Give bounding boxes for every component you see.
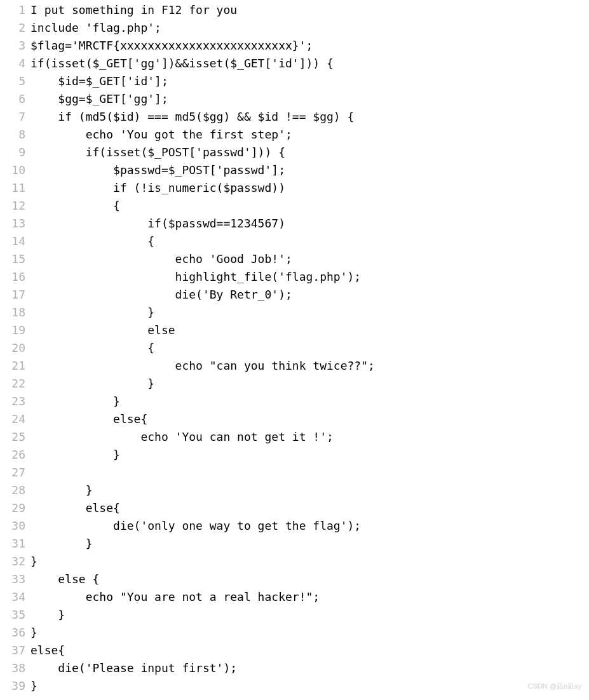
code-line: 6 $gg=$_GET['gg']; — [0, 90, 589, 108]
line-number: 21 — [0, 357, 30, 375]
code-line: 25 echo 'You can not get it !'; — [0, 428, 589, 446]
code-line: 15 echo 'Good Job!'; — [0, 250, 589, 268]
code-line: 8 echo 'You got the first step'; — [0, 126, 589, 144]
line-number: 37 — [0, 642, 30, 659]
code-text: else{ — [30, 642, 65, 659]
line-number: 7 — [0, 108, 30, 126]
line-number: 3 — [0, 37, 30, 55]
code-text: if($passwd==1234567) — [30, 215, 285, 232]
line-number: 32 — [0, 553, 30, 570]
code-line: 13 if($passwd==1234567) — [0, 215, 589, 232]
code-text: echo "You are not a real hacker!"; — [30, 588, 320, 606]
line-number: 13 — [0, 215, 30, 232]
code-text: die('only one way to get the flag'); — [30, 517, 361, 535]
code-line: 28 } — [0, 481, 589, 499]
code-text: } — [30, 304, 154, 321]
code-line: 17 die('By Retr_0'); — [0, 286, 589, 304]
line-number: 28 — [0, 481, 30, 499]
line-number: 1 — [0, 1, 30, 19]
code-line: 18 } — [0, 304, 589, 321]
code-text: { — [30, 197, 120, 215]
code-text: } — [30, 553, 37, 570]
code-text: } — [30, 624, 37, 642]
line-number: 8 — [0, 126, 30, 144]
code-text: } — [30, 481, 93, 499]
code-text: else { — [30, 570, 99, 588]
code-line: 23 } — [0, 393, 589, 410]
line-number: 6 — [0, 90, 30, 108]
code-text: else{ — [30, 410, 147, 428]
code-line: 12 { — [0, 197, 589, 215]
code-line: 38 die('Please input first'); — [0, 659, 589, 677]
code-line: 5 $id=$_GET['id']; — [0, 72, 589, 90]
line-number: 20 — [0, 339, 30, 357]
code-text: } — [30, 446, 120, 464]
line-number: 36 — [0, 624, 30, 642]
code-text: $flag='MRCTF{xxxxxxxxxxxxxxxxxxxxxxxxx}'… — [30, 37, 313, 55]
code-line: 4if(isset($_GET['gg'])&&isset($_GET['id'… — [0, 55, 589, 72]
code-text: if(isset($_POST['passwd'])) { — [30, 144, 285, 161]
line-number: 30 — [0, 517, 30, 535]
code-block: 1I put something in F12 for you2include … — [0, 0, 589, 696]
code-line: 2include 'flag.php'; — [0, 19, 589, 37]
code-line: 7 if (md5($id) === md5($gg) && $id !== $… — [0, 108, 589, 126]
line-number: 15 — [0, 250, 30, 268]
code-line: 24 else{ — [0, 410, 589, 428]
code-text: } — [30, 535, 93, 553]
code-line: 34 echo "You are not a real hacker!"; — [0, 588, 589, 606]
line-number: 25 — [0, 428, 30, 446]
code-line: 14 { — [0, 232, 589, 250]
code-line: 33 else { — [0, 570, 589, 588]
line-number: 10 — [0, 161, 30, 179]
code-text: highlight_file('flag.php'); — [30, 268, 361, 286]
code-text: echo 'You can not get it !'; — [30, 428, 334, 446]
code-text: if (!is_numeric($passwd)) — [30, 179, 285, 197]
code-line: 37else{ — [0, 642, 589, 659]
code-line: 27 — [0, 464, 589, 481]
code-text: if(isset($_GET['gg'])&&isset($_GET['id']… — [30, 55, 334, 72]
code-text: echo 'You got the first step'; — [30, 126, 292, 144]
line-number: 19 — [0, 321, 30, 339]
code-text: else{ — [30, 499, 120, 517]
code-line: 3$flag='MRCTF{xxxxxxxxxxxxxxxxxxxxxxxxx}… — [0, 37, 589, 55]
code-text: include 'flag.php'; — [30, 19, 161, 37]
code-text: else — [30, 321, 175, 339]
code-line: 26 } — [0, 446, 589, 464]
code-text: } — [30, 606, 65, 624]
code-text: $id=$_GET['id']; — [30, 72, 168, 90]
code-line: 1I put something in F12 for you — [0, 1, 589, 19]
line-number: 16 — [0, 268, 30, 286]
code-line: 29 else{ — [0, 499, 589, 517]
code-text: if (md5($id) === md5($gg) && $id !== $gg… — [30, 108, 354, 126]
code-line: 19 else — [0, 321, 589, 339]
code-text: } — [30, 677, 37, 695]
code-text: $gg=$_GET['gg']; — [30, 90, 168, 108]
code-text: die('Please input first'); — [30, 659, 237, 677]
code-text: I put something in F12 for you — [30, 1, 237, 19]
line-number: 12 — [0, 197, 30, 215]
line-number: 31 — [0, 535, 30, 553]
code-line: 39} — [0, 677, 589, 695]
code-text: { — [30, 339, 154, 357]
code-line: 36} — [0, 624, 589, 642]
line-number: 9 — [0, 144, 30, 161]
line-number: 34 — [0, 588, 30, 606]
code-text: { — [30, 232, 154, 250]
line-number: 33 — [0, 570, 30, 588]
code-line: 32} — [0, 553, 589, 570]
line-number: 24 — [0, 410, 30, 428]
code-text: echo "can you think twice??"; — [30, 357, 375, 375]
line-number: 29 — [0, 499, 30, 517]
line-number: 17 — [0, 286, 30, 304]
code-line: 9 if(isset($_POST['passwd'])) { — [0, 144, 589, 161]
line-number: 35 — [0, 606, 30, 624]
line-number: 4 — [0, 55, 30, 72]
watermark: CSDN @凪n凪sy — [527, 677, 581, 695]
line-number: 23 — [0, 393, 30, 410]
line-number: 39 — [0, 677, 30, 695]
line-number: 14 — [0, 232, 30, 250]
code-line: 30 die('only one way to get the flag'); — [0, 517, 589, 535]
line-number: 27 — [0, 464, 30, 481]
code-line: 20 { — [0, 339, 589, 357]
line-number: 22 — [0, 375, 30, 393]
